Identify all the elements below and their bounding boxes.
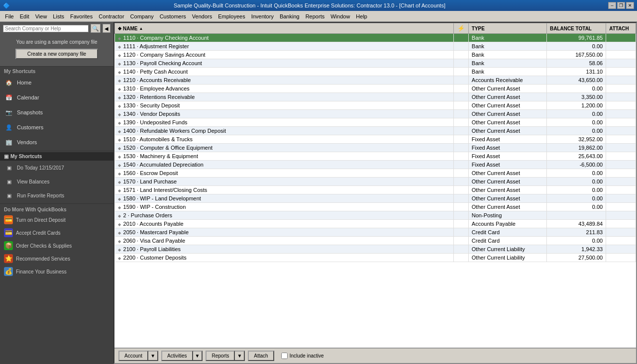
menu-view[interactable]: View <box>32 12 50 20</box>
table-row[interactable]: ◆ 2060 · Visa Card Payable Credit Card 0… <box>115 237 636 245</box>
table-row[interactable]: ◆ 2100 · Payroll Liabilities Other Curre… <box>115 245 636 254</box>
menu-contractor[interactable]: Contractor <box>96 12 127 20</box>
table-row[interactable]: ◆ 1340 · Vendor Deposits Other Current A… <box>115 110 636 118</box>
menu-employees[interactable]: Employees <box>215 12 248 20</box>
cell-attach <box>606 42 636 51</box>
reports-dropdown-button[interactable]: ▼ <box>235 351 245 361</box>
cell-attach <box>606 34 636 42</box>
shortcut-view-balances[interactable]: ▣ View Balances <box>0 175 113 188</box>
search-input-wrap[interactable] <box>3 25 89 32</box>
table-row[interactable]: ◆ 1330 · Security Deposit Other Current … <box>115 101 636 110</box>
menu-file[interactable]: File <box>2 12 17 20</box>
menu-lists[interactable]: Lists <box>50 12 67 20</box>
cell-name: ◆ 1390 · Undeposited Funds <box>115 118 454 127</box>
menu-window[interactable]: Window <box>327 12 353 20</box>
shortcut-run-reports[interactable]: ▣ Run Favorite Reports <box>0 188 113 202</box>
sidebar-nav-vendors[interactable]: 🏢 Vendors <box>0 135 113 150</box>
table-row[interactable]: ◆ 1130 · Payroll Checking Account Bank 5… <box>115 59 636 68</box>
search-button[interactable]: 🔍 <box>91 24 101 33</box>
table-row[interactable]: ◆ 1520 · Computer & Office Equipment Fix… <box>115 144 636 152</box>
close-button[interactable]: ✕ <box>626 2 634 9</box>
menu-banking[interactable]: Banking <box>277 12 303 20</box>
sidebar-nav-calendar[interactable]: 📅 Calendar <box>0 90 113 105</box>
account-dropdown-button[interactable]: ▼ <box>148 351 158 361</box>
table-row[interactable]: ◆ 1111 · Adjustment Register Bank 0.00 <box>115 42 636 51</box>
cell-bolt <box>453 186 468 194</box>
table-row[interactable]: ◆ 1120 · Company Savings Account Bank 16… <box>115 51 636 59</box>
table-row[interactable]: ◆ 2050 · Mastercard Payable Credit Card … <box>115 228 636 237</box>
table-row[interactable]: ◆ 1570 · Land Purchase Other Current Ass… <box>115 178 636 186</box>
view-balances-icon: ▣ <box>4 177 14 186</box>
table-row[interactable]: ◆ 1540 · Accumulated Depreciation Fixed … <box>115 161 636 169</box>
table-row[interactable]: ◆ 1310 · Employee Advances Other Current… <box>115 85 636 93</box>
activities-dropdown-button[interactable]: ▼ <box>193 351 203 361</box>
table-row[interactable]: ◆ 1571 · Land Interest/Closing Costs Oth… <box>115 186 636 194</box>
cell-attach <box>606 144 636 152</box>
do-more-direct-deposit[interactable]: 💳 Turn on Direct Deposit <box>0 213 113 226</box>
table-row[interactable]: ◆ 1210 · Accounts Receivable Accounts Re… <box>115 76 636 85</box>
sidebar-nav-snapshots[interactable]: 📷 Snapshots <box>0 105 113 120</box>
table-row[interactable]: ◆ 1530 · Machinery & Equipment Fixed Ass… <box>115 152 636 161</box>
cell-bolt <box>453 237 468 245</box>
col-header-type[interactable]: TYPE <box>468 23 546 34</box>
col-header-name[interactable]: ◆ NAME ▲ <box>115 23 454 34</box>
menu-customers[interactable]: Customers <box>157 12 189 20</box>
accounts-table-wrap[interactable]: ◆ NAME ▲ ⚡ TYPE BALANCE TOTAL ATTACH <box>114 23 636 348</box>
create-company-button[interactable]: Create a new company file <box>15 49 98 59</box>
cell-type: Bank <box>468 34 546 42</box>
restore-button[interactable]: ❐ <box>617 2 625 9</box>
table-row[interactable]: ◆ 1590 · WIP - Construction Other Curren… <box>115 203 636 211</box>
diamond-icon: ◆ <box>118 214 121 218</box>
sidebar-nav-customers[interactable]: 👤 Customers <box>0 120 113 135</box>
cell-attach <box>606 211 636 220</box>
shortcut-do-today[interactable]: ▣ Do Today 12/15/2017 <box>0 161 113 175</box>
do-more-recommended[interactable]: ⭐ Recommended Services <box>0 252 113 265</box>
table-row[interactable]: ◆ 1510 · Automobiles & Trucks Fixed Asse… <box>115 135 636 144</box>
cell-name: ◆ 1580 · WIP - Land Development <box>115 194 454 203</box>
diamond-icon: ◆ <box>118 205 121 210</box>
cell-type: Other Current Asset <box>468 93 546 101</box>
account-button[interactable]: Account <box>118 351 148 361</box>
reports-button[interactable]: Reports <box>206 351 235 361</box>
cell-bolt <box>453 76 468 85</box>
do-more-checks[interactable]: 📦 Order Checks & Supplies <box>0 239 113 252</box>
menu-vendors[interactable]: Vendors <box>189 12 215 20</box>
menu-edit[interactable]: Edit <box>17 12 32 20</box>
minimize-button[interactable]: – <box>608 2 616 9</box>
table-row[interactable]: ◆ 1110 · Company Checking Account Bank 9… <box>115 34 636 42</box>
diamond-icon: ◆ <box>118 172 121 176</box>
cell-bolt <box>453 203 468 211</box>
table-row[interactable]: ◆ 2200 · Customer Deposits Other Current… <box>115 254 636 262</box>
table-row[interactable]: ◆ 1140 · Petty Cash Account Bank 131.10 <box>115 68 636 76</box>
menu-company[interactable]: Company <box>127 12 157 20</box>
col-header-balance[interactable]: BALANCE TOTAL <box>546 23 606 34</box>
table-row[interactable]: ◆ 1400 · Refundable Workers Comp Deposit… <box>115 127 636 135</box>
cell-attach <box>606 203 636 211</box>
menu-favorites[interactable]: Favorites <box>67 12 96 20</box>
menu-reports[interactable]: Reports <box>303 12 328 20</box>
menu-help[interactable]: Help <box>353 12 370 20</box>
menu-inventory[interactable]: Inventory <box>248 12 277 20</box>
col-header-attach[interactable]: ATTACH <box>606 23 636 34</box>
table-row[interactable]: ◆ 2010 · Accounts Payable Accounts Payab… <box>115 220 636 228</box>
table-row[interactable]: ◆ 1580 · WIP - Land Development Other Cu… <box>115 194 636 203</box>
col-header-bolt[interactable]: ⚡ <box>453 23 468 34</box>
include-inactive-checkbox[interactable] <box>281 353 288 359</box>
shortcuts-header[interactable]: ▣ My Shortcuts <box>0 152 113 161</box>
attach-button[interactable]: Attach <box>248 351 274 361</box>
cell-attach <box>606 169 636 178</box>
sidebar-nav-home[interactable]: 🏠 Home <box>0 75 113 90</box>
cell-attach <box>606 127 636 135</box>
table-row[interactable]: ◆ 1560 · Escrow Deposit Other Current As… <box>115 169 636 178</box>
search-input[interactable] <box>3 25 88 32</box>
table-row[interactable]: ◆ 2 · Purchase Orders Non-Posting <box>115 211 636 220</box>
table-row[interactable]: ◆ 1320 · Retentions Receivable Other Cur… <box>115 93 636 101</box>
do-more-finance[interactable]: 💰 Finance Your Business <box>0 265 113 278</box>
cell-attach <box>606 110 636 118</box>
do-more-credit-cards[interactable]: 💳 Accept Credit Cards <box>0 226 113 239</box>
nav-back-button[interactable]: ◀ <box>103 24 110 33</box>
cell-bolt <box>453 68 468 76</box>
cell-name: ◆ 2100 · Payroll Liabilities <box>115 245 454 254</box>
activities-button[interactable]: Activities <box>161 351 193 361</box>
table-row[interactable]: ◆ 1390 · Undeposited Funds Other Current… <box>115 118 636 127</box>
